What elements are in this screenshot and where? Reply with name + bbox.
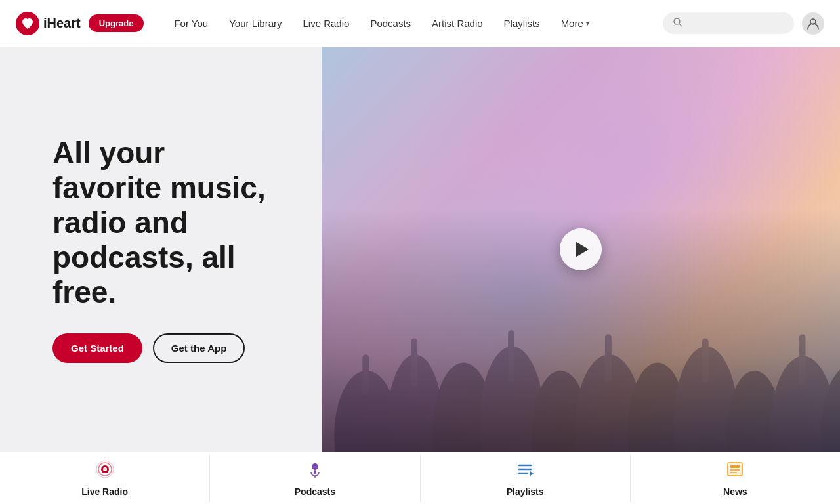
header-right (663, 12, 824, 35)
nav-item-artist-radio[interactable]: Artist Radio (423, 12, 492, 34)
iheart-logo-icon (16, 12, 39, 35)
svg-point-14 (821, 365, 840, 452)
logo-text: iHeart (43, 16, 81, 31)
nav-item-for-you[interactable]: For You (165, 12, 217, 34)
svg-point-10 (627, 362, 687, 452)
chevron-down-icon: ▾ (586, 20, 589, 27)
nav-item-podcasts[interactable]: Podcasts (361, 12, 420, 34)
search-bar[interactable] (663, 12, 794, 34)
svg-rect-18 (605, 334, 612, 383)
play-icon (576, 242, 589, 257)
header: iHeart Upgrade For You Your Library Live… (0, 0, 840, 47)
get-app-button[interactable]: Get the App (153, 333, 245, 363)
svg-line-2 (679, 24, 682, 26)
svg-point-6 (433, 362, 495, 452)
play-button[interactable] (560, 228, 602, 270)
upgrade-button[interactable]: Upgrade (89, 14, 144, 32)
nav-item-your-library[interactable]: Your Library (220, 12, 291, 34)
hero-section: All your favorite music, radio and podca… (0, 47, 840, 452)
profile-button[interactable] (802, 12, 824, 35)
svg-rect-16 (411, 339, 417, 387)
svg-point-7 (480, 346, 545, 452)
hero-image-area (322, 47, 840, 452)
svg-point-5 (387, 354, 443, 452)
nav-item-live-radio[interactable]: Live Radio (293, 12, 358, 34)
hero-buttons: Get Started Get the App (52, 333, 282, 363)
logo-area: iHeart Upgrade (16, 12, 144, 35)
svg-point-12 (726, 371, 783, 452)
get-started-button[interactable]: Get Started (52, 333, 142, 363)
svg-point-11 (674, 346, 739, 452)
svg-rect-15 (362, 354, 369, 395)
svg-point-13 (771, 356, 836, 452)
svg-rect-20 (799, 334, 806, 384)
svg-rect-19 (702, 339, 709, 383)
search-icon (673, 18, 682, 29)
svg-point-9 (575, 354, 642, 452)
hero-text: All your favorite music, radio and podca… (0, 96, 322, 402)
nav-item-more[interactable]: More ▾ (552, 12, 598, 34)
nav-item-playlists[interactable]: Playlists (495, 12, 549, 34)
svg-rect-17 (508, 330, 514, 383)
svg-point-8 (532, 371, 590, 452)
search-input[interactable] (688, 18, 784, 29)
main-nav: For You Your Library Live Radio Podcasts… (165, 12, 663, 34)
iheart-logo[interactable]: iHeart (16, 12, 81, 35)
hero-heading: All your favorite music, radio and podca… (52, 136, 282, 309)
svg-point-4 (334, 371, 399, 452)
